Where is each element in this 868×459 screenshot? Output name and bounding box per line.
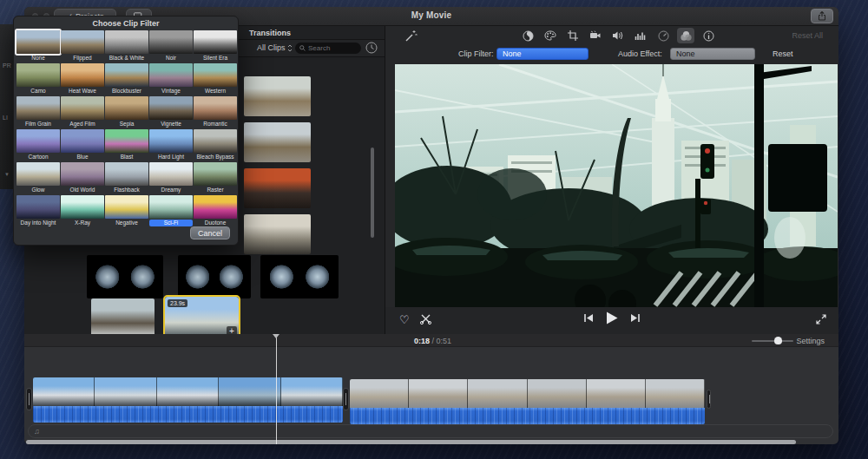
filter-option-blue[interactable]: Blue: [61, 129, 104, 161]
speedometer-icon: [658, 30, 669, 42]
zoom-slider-knob[interactable]: [774, 337, 782, 344]
audio-effect-value-button[interactable]: None: [670, 48, 755, 60]
filter-label: Vintage: [149, 88, 193, 95]
timeline-clip-city[interactable]: [33, 377, 343, 423]
filter-option-negative[interactable]: Negative: [105, 195, 148, 227]
reset-all-button[interactable]: Reset All: [792, 31, 823, 40]
color-correction-button[interactable]: [542, 28, 559, 43]
filter-option-vintage[interactable]: Vintage: [149, 63, 193, 95]
filter-option-old-world[interactable]: Old World: [61, 162, 104, 194]
viewer-pane: Reset All Clip Filter: None Audio Effect…: [385, 26, 838, 334]
filter-option-heat-wave[interactable]: Heat Wave: [61, 63, 104, 95]
disclosure-triangle-icon: ▼: [4, 172, 10, 177]
audio-lane[interactable]: ♫: [28, 424, 833, 438]
filter-option-noir[interactable]: Noir: [149, 30, 193, 62]
filter-thumbnail: [149, 63, 193, 87]
popup-title: Choose Clip Filter: [14, 19, 238, 28]
preview-scene: [395, 64, 838, 307]
filter-label: Glow: [16, 187, 60, 193]
filter-option-duotone[interactable]: Duotone: [194, 195, 237, 227]
filter-label: Raster: [194, 187, 237, 193]
next-frame-button[interactable]: [630, 313, 641, 323]
noise-reduction-button[interactable]: [632, 28, 649, 43]
play-button[interactable]: [606, 311, 618, 325]
sidebar-fragment-text: PR: [3, 62, 11, 69]
recently-added-button[interactable]: [365, 42, 378, 54]
color-balance-button[interactable]: [519, 28, 536, 43]
filter-thumbnail: [194, 30, 237, 54]
clip-360-street-3[interactable]: [260, 255, 339, 298]
stabilization-button[interactable]: [587, 28, 604, 43]
filter-option-western[interactable]: Western: [194, 63, 237, 95]
timeline-settings-button[interactable]: Settings: [796, 337, 825, 345]
timeline-scrollbar[interactable]: [26, 440, 796, 444]
filter-option-flashback[interactable]: Flashback: [105, 162, 148, 194]
filter-option-x-ray[interactable]: X-Ray: [61, 195, 104, 227]
previous-frame-button[interactable]: [583, 313, 594, 323]
cancel-button[interactable]: Cancel: [190, 226, 230, 239]
clip-filter-button[interactable]: [677, 28, 694, 43]
clip-city-selected[interactable]: 23.9s+: [165, 297, 239, 338]
filter-thumbnail: [16, 129, 60, 153]
fullscreen-button[interactable]: [816, 314, 826, 325]
filter-option-aged-film[interactable]: Aged Film: [61, 96, 104, 128]
info-button[interactable]: [700, 28, 717, 43]
filter-thumbnail: [194, 63, 237, 87]
trim-handle-left[interactable]: [26, 388, 32, 410]
all-clips-dropdown[interactable]: All Clips: [257, 43, 293, 52]
filter-label: Romantic: [194, 121, 237, 128]
filter-thumbnail: [16, 63, 60, 87]
search-input[interactable]: Search: [295, 43, 361, 54]
filter-option-dreamy[interactable]: Dreamy: [149, 162, 193, 194]
filmstrip-frame: [587, 379, 646, 408]
share-button[interactable]: [811, 9, 833, 23]
filter-option-black-white[interactable]: Black & White: [105, 30, 148, 62]
filter-option-vignette[interactable]: Vignette: [149, 96, 193, 128]
crop-button[interactable]: [564, 28, 582, 43]
filter-option-day-into-night[interactable]: Day into Night: [16, 195, 60, 227]
clip-filter-value-button[interactable]: None: [496, 48, 589, 60]
clip-snow-park[interactable]: [91, 298, 155, 338]
filter-option-hard-light[interactable]: Hard Light: [149, 129, 193, 161]
filter-option-flipped[interactable]: Flipped: [61, 30, 104, 62]
equalizer-bars-icon: [635, 30, 647, 41]
timeline-clip-park[interactable]: [350, 379, 705, 424]
filter-option-glow[interactable]: Glow: [16, 162, 60, 194]
filter-option-cartoon[interactable]: Cartoon: [16, 129, 60, 161]
filter-option-sci-fi[interactable]: Sci-Fi: [149, 195, 193, 227]
playhead[interactable]: [276, 334, 277, 444]
filter-option-sepia[interactable]: Sepia: [105, 96, 148, 128]
clip-360-street-1[interactable]: [87, 255, 163, 298]
filter-option-blockbuster[interactable]: Blockbuster: [105, 63, 148, 95]
filter-option-camo[interactable]: Camo: [16, 63, 60, 95]
viewer-controls: ♡: [385, 307, 838, 334]
clip-park-statue[interactable]: [244, 122, 311, 162]
trim-handle-right[interactable]: [707, 390, 711, 409]
filter-option-none[interactable]: None: [16, 30, 60, 62]
clip-office-woman[interactable]: [244, 168, 311, 208]
speed-button[interactable]: [654, 28, 672, 43]
clock-icon: [365, 42, 378, 54]
reset-button[interactable]: Reset: [773, 49, 793, 58]
tab-transitions[interactable]: Transitions: [249, 29, 291, 37]
filter-thumbnail: [194, 96, 237, 120]
filter-option-film-grain[interactable]: Film Grain: [16, 96, 60, 128]
clip-360-street-2[interactable]: [178, 255, 251, 298]
enhance-button[interactable]: [404, 30, 418, 43]
clip-office-man[interactable]: [244, 214, 311, 254]
trim-handle-mid[interactable]: [343, 388, 349, 410]
volume-button[interactable]: [609, 28, 627, 43]
filter-label: Blockbuster: [105, 88, 148, 95]
video-camera-icon: [589, 30, 602, 41]
timeline-zoom-slider[interactable]: [752, 340, 793, 342]
filter-option-raster[interactable]: Raster: [194, 162, 237, 194]
filter-label: Old World: [61, 187, 104, 193]
filter-option-silent-era[interactable]: Silent Era: [194, 30, 237, 62]
filter-label: Silent Era: [194, 55, 237, 62]
media-scrollbar[interactable]: [371, 148, 374, 238]
filter-option-bleach-bypass[interactable]: Bleach Bypass: [194, 129, 237, 161]
clip-park-benches[interactable]: [244, 76, 311, 116]
filter-option-blast[interactable]: Blast: [105, 129, 148, 161]
filter-option-romantic[interactable]: Romantic: [194, 96, 237, 128]
filter-label: Duotone: [194, 220, 237, 226]
